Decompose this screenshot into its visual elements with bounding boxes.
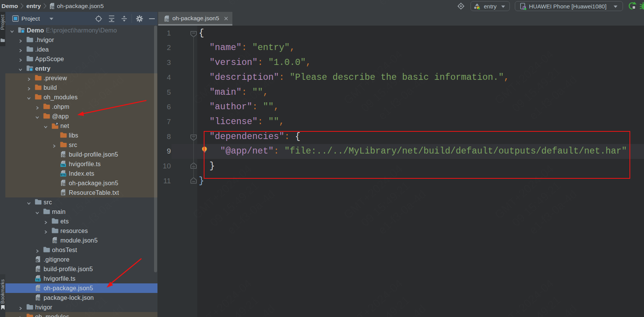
svg-text:{0}: {0} — [62, 182, 67, 186]
svg-text:TS: TS — [61, 163, 65, 167]
svg-text:{0}: {0} — [37, 287, 42, 291]
svg-text:{0}: {0} — [51, 5, 56, 9]
svg-text:TS: TS — [36, 278, 40, 281]
svg-text:ETS: ETS — [61, 173, 66, 176]
svg-text:{0}: {0} — [37, 268, 42, 272]
svg-text:{0}: {0} — [62, 153, 67, 157]
svg-text:{0}: {0} — [165, 18, 170, 22]
svg-text:{0}: {0} — [37, 296, 42, 301]
svg-text:{0}: {0} — [54, 239, 58, 243]
